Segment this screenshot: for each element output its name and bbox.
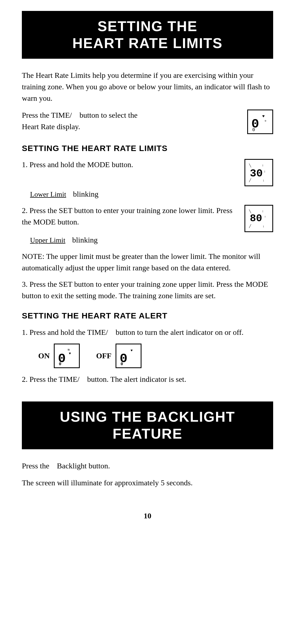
step2-blink-row: Upper Limit blinking [30,234,273,246]
alert-step2: 2. Press the TIME/ button. The alert ind… [22,374,273,385]
lcd-alert-on: ≈ ♥ 0 0 [54,344,80,368]
svg-text:↕: ↕ [264,170,266,173]
section2-header: USING THE BACKLIGHT FEATURE [22,401,273,449]
alert-off-label: OFF [96,350,111,362]
section1-title: SETTING THE HEART RATE LIMITS [31,18,264,52]
svg-text:0: 0 [252,127,255,131]
backlight-press-text: Press the Backlight button. [22,460,273,472]
alert-step2-text: 2. Press the TIME/ button. The alert ind… [22,374,273,385]
subsection1-heading: SETTING THE HEART RATE LIMITS [22,142,273,154]
svg-text:↑: ↑ [262,164,264,167]
subsection2-heading: SETTING THE HEART RATE ALERT [22,310,273,322]
svg-text:♥: ♥ [131,348,133,352]
svg-text:0: 0 [121,362,123,365]
step3-text: 3. Press the SET button to enter your tr… [22,279,273,302]
step2: 2. Press the SET button to enter your tr… [22,205,273,246]
lcd-alert-off: ♥ 0 0 [116,344,141,368]
page-number: 10 [22,510,273,522]
svg-text:╱: ╱ [249,224,251,228]
note-text: NOTE: The upper limit must be greater th… [22,251,273,274]
lcd-display-hr: ♥ 0 ° 0 [247,110,273,134]
step1-text: 1. Press and hold the MODE button. [22,159,240,170]
upper-limit-label: Upper Limit [30,235,65,246]
lcd-upper-limit: ╲ ↑ 80 ╱ ↓ ↑ [244,205,273,232]
svg-text:♥: ♥ [69,351,71,355]
blinking-text-2: blinking [72,234,98,246]
svg-text:╱: ╱ [249,178,251,182]
alert-step1-text: 1. Press and hold the TIME/ button to tu… [22,327,273,338]
section2-title: USING THE BACKLIGHT FEATURE [31,408,264,442]
alert-on-label: ON [38,350,50,362]
svg-text:↓: ↓ [263,178,264,182]
alert-step1: 1. Press and hold the TIME/ button to tu… [22,327,273,368]
svg-text:0: 0 [59,362,61,365]
lcd-lower-limit: ╲ ↑ 30 ╱ ↓ ↕ [244,159,273,186]
alert-on-item: ON ≈ ♥ 0 0 [38,344,80,368]
intro-text: The Heart Rate Limits help you determine… [22,70,273,104]
section1-header: SETTING THE HEART RATE LIMITS [22,11,273,59]
svg-text:♥: ♥ [262,114,265,118]
blinking-text-1: blinking [73,188,98,200]
step2-text: 2. Press the SET button to enter your tr… [22,205,239,228]
step1: 1. Press and hold the MODE button. ╲ ↑ 3… [22,159,273,200]
press-time-text: Press the TIME/ button to select theHear… [22,110,242,132]
svg-text:30: 30 [250,167,263,180]
step1-blink-row: Lower Limit blinking [30,188,273,200]
alert-off-item: OFF ♥ 0 0 [96,344,141,368]
press-time-row: Press the TIME/ button to select theHear… [22,110,273,134]
step3: 3. Press the SET button to enter your tr… [22,279,273,302]
lower-limit-label: Lower Limit [30,189,66,200]
svg-text:↑: ↑ [264,215,266,218]
svg-text:80: 80 [250,213,262,224]
page-container: SETTING THE HEART RATE LIMITS The Heart … [22,11,273,521]
svg-text:╲: ╲ [249,163,251,167]
svg-text:°: ° [265,119,267,125]
alert-displays-row: ON ≈ ♥ 0 0 OFF [38,344,273,368]
svg-text:↓: ↓ [263,224,264,228]
backlight-screen-text: The screen will illuminate for approxima… [22,477,273,489]
